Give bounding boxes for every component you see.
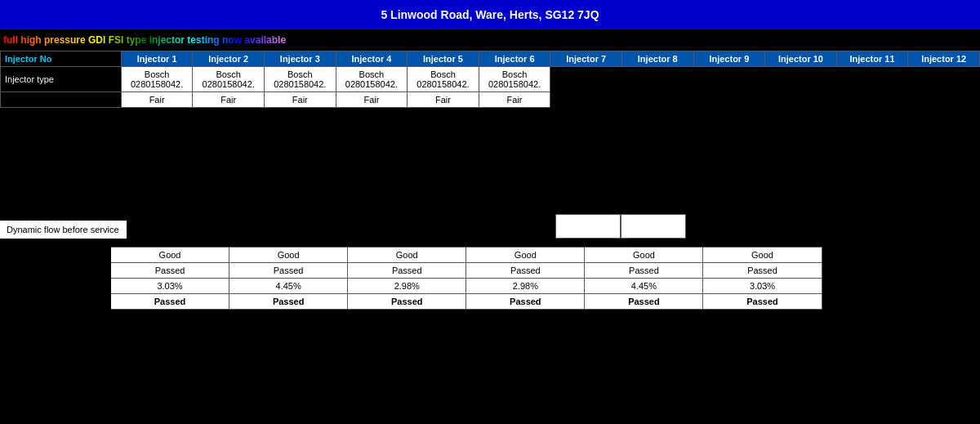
res-inj4: Passed [466, 263, 585, 279]
final-inj12 [953, 294, 979, 310]
cond-inj4: Fair [336, 92, 408, 108]
type-inj10 [765, 67, 837, 92]
pct-inj5: 4.45% [585, 279, 703, 294]
final-inj3: Passed [348, 294, 466, 310]
percentage-row: 3.03% 4.45% 2.98% 2.98% 4.45% 3.03% [1, 279, 980, 294]
final-inj5: Passed [585, 294, 703, 310]
final-label-cell [1, 294, 111, 310]
cond-inj12 [908, 92, 980, 108]
col-inj5-header: Injector 5 [408, 51, 479, 67]
res-inj3: Passed [348, 263, 466, 279]
cond-inj3: Fair [265, 92, 336, 108]
quality-row: Good Good Good Good Good Good [1, 248, 980, 263]
res-inj6: Passed [703, 263, 822, 279]
pct-label-cell [1, 279, 111, 294]
final-row: Passed Passed Passed Passed Passed Passe… [1, 294, 980, 310]
final-inj10 [901, 294, 927, 310]
pct-inj2: 4.45% [229, 279, 348, 294]
qual-inj12 [953, 248, 979, 263]
page-header: 5 Linwood Road, Ware, Herts, SG12 7JQ [0, 0, 980, 29]
injector-type-row: Injector type Bosch0280158042. Bosch0280… [1, 67, 980, 92]
qual-inj2: Good [229, 248, 348, 263]
qual-inj8 [848, 248, 874, 263]
col-inj6-header: Injector 6 [479, 51, 550, 67]
type-inj9 [693, 67, 765, 92]
col-inj2-header: Injector 2 [193, 51, 265, 67]
result-label-cell [1, 263, 111, 279]
promo-text: full high pressure GDI FSI type injector… [3, 34, 286, 46]
pct-inj9 [875, 279, 901, 294]
cond-inj10 [765, 92, 837, 108]
final-inj7 [822, 294, 848, 310]
cond-inj8 [621, 92, 693, 108]
cond-inj1: Fair [121, 92, 193, 108]
header-title: 5 Linwood Road, Ware, Herts, SG12 7JQ [381, 8, 599, 21]
injector-type-table: Injector No Injector 1 Injector 2 Inject… [0, 51, 980, 108]
col-inj9-header: Injector 9 [693, 51, 765, 67]
qual-inj6: Good [703, 248, 822, 263]
dynamic-flow-label: Dynamic flow before service [7, 225, 119, 234]
cond-inj6: Fair [479, 92, 550, 108]
condition-label [1, 92, 122, 108]
type-inj11 [836, 67, 908, 92]
header-row: Injector No Injector 1 Injector 2 Inject… [1, 51, 980, 67]
res-inj10 [901, 263, 927, 279]
injector-type-label: Injector type [1, 67, 122, 92]
type-inj8 [621, 67, 693, 92]
res-inj2: Passed [229, 263, 348, 279]
col-inj11-header: Injector 11 [836, 51, 908, 67]
col-inj3-header: Injector 3 [265, 51, 336, 67]
qual-inj1: Good [111, 248, 229, 263]
res-inj9 [875, 263, 901, 279]
promo-bar: full high pressure GDI FSI type injector… [0, 29, 980, 51]
res-inj11 [927, 263, 953, 279]
type-inj5: Bosch0280158042. [408, 67, 479, 92]
qual-inj9 [875, 248, 901, 263]
cond-inj11 [836, 92, 908, 108]
type-inj3: Bosch0280158042. [265, 67, 336, 92]
final-inj11 [927, 294, 953, 310]
res-inj7 [822, 263, 848, 279]
qual-inj5: Good [585, 248, 703, 263]
final-inj6: Passed [703, 294, 822, 310]
final-inj8 [848, 294, 874, 310]
final-inj1: Passed [111, 294, 229, 310]
pct-inj6: 3.03% [703, 279, 822, 294]
col-inj12-header: Injector 12 [908, 51, 980, 67]
condition-row: Fair Fair Fair Fair Fair Fair [1, 92, 980, 108]
pct-inj12 [953, 279, 979, 294]
cond-inj2: Fair [193, 92, 265, 108]
col-no-header: Injector No [1, 51, 122, 67]
type-inj2: Bosch0280158042. [193, 67, 265, 92]
qual-inj11 [927, 248, 953, 263]
res-inj8 [848, 263, 874, 279]
cond-inj7 [550, 92, 622, 108]
col-inj4-header: Injector 4 [336, 51, 408, 67]
type-inj7 [550, 67, 622, 92]
col-inj7-header: Injector 7 [550, 51, 622, 67]
quality-label-cell [1, 248, 111, 263]
type-inj1: Bosch0280158042. [121, 67, 193, 92]
res-inj12 [953, 263, 979, 279]
cond-inj5: Fair [408, 92, 479, 108]
col-inj10-header: Injector 10 [765, 51, 837, 67]
cond-inj9 [693, 92, 765, 108]
qual-inj10 [901, 248, 927, 263]
pct-inj7 [822, 279, 848, 294]
dynamic-flow-table: Good Good Good Good Good Good Passed Pas… [0, 247, 980, 310]
type-inj4: Bosch0280158042. [336, 67, 408, 92]
type-inj6: Bosch0280158042. [479, 67, 550, 92]
qual-inj3: Good [348, 248, 466, 263]
pct-inj10 [901, 279, 927, 294]
final-inj9 [875, 294, 901, 310]
pct-inj1: 3.03% [111, 279, 229, 294]
pct-inj4: 2.98% [466, 279, 585, 294]
qual-inj7 [822, 248, 848, 263]
qual-inj4: Good [466, 248, 585, 263]
final-inj2: Passed [229, 294, 348, 310]
pct-inj11 [927, 279, 953, 294]
res-inj5: Passed [585, 263, 703, 279]
final-inj4: Passed [466, 294, 585, 310]
res-inj1: Passed [111, 263, 229, 279]
col-inj1-header: Injector 1 [121, 51, 193, 67]
